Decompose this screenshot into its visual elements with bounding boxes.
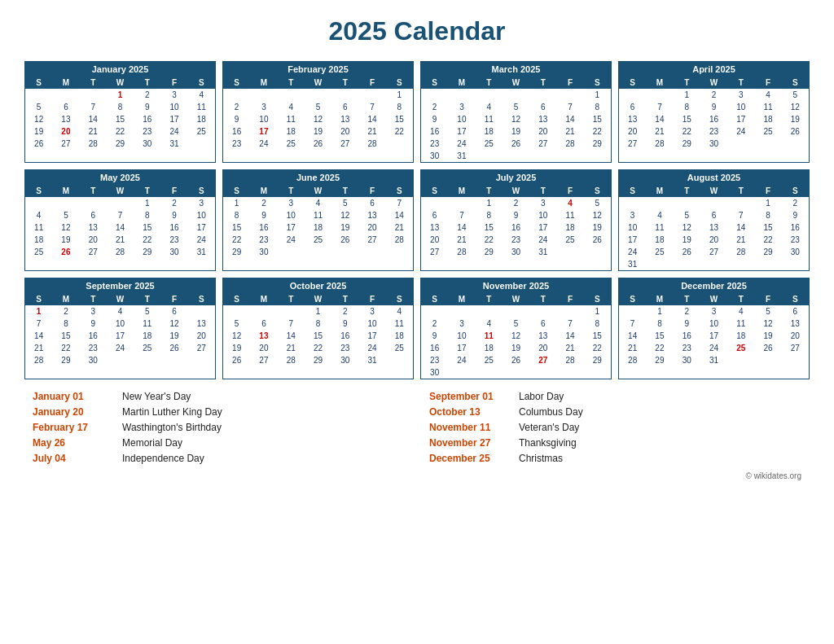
cal-day: 5: [305, 101, 331, 113]
cal-day: 3: [358, 305, 385, 318]
day-header: S: [782, 293, 809, 305]
month-10: October 2025SMTWTFS123456789101112131415…: [222, 278, 414, 379]
cal-day: 21: [448, 234, 475, 246]
month-4: April 2025SMTWTFS12345678910111213141516…: [618, 61, 810, 163]
day-header: S: [223, 77, 250, 89]
day-header: W: [700, 293, 727, 305]
cal-day: 27: [421, 246, 448, 258]
cal-day: 29: [52, 354, 79, 366]
cal-day: [107, 354, 134, 366]
cal-day: 27: [782, 342, 809, 354]
cal-day: [476, 366, 503, 379]
cal-day: [727, 197, 754, 209]
holiday-item: July 04Independence Day: [33, 453, 405, 464]
cal-day: 17: [160, 113, 187, 125]
cal-day: [700, 197, 727, 209]
cal-day: [107, 197, 134, 209]
cal-day: 31: [358, 354, 385, 366]
cal-day: 6: [160, 305, 187, 318]
cal-day: 12: [223, 330, 250, 342]
cal-day: 28: [727, 246, 754, 258]
cal-day: 4: [727, 305, 754, 318]
cal-day: [25, 89, 52, 101]
cal-day: 23: [160, 234, 187, 246]
cal-day: 7: [80, 101, 107, 113]
cal-day: 5: [134, 305, 160, 318]
cal-day: 31: [619, 258, 646, 270]
cal-day: 5: [782, 89, 809, 101]
cal-day: [529, 89, 556, 101]
cal-day: 10: [160, 101, 187, 113]
holiday-name: Memorial Day: [122, 437, 182, 449]
cal-day: 29: [584, 138, 611, 150]
cal-day: [448, 89, 475, 101]
cal-day: 1: [674, 89, 700, 101]
cal-day: [727, 258, 754, 270]
cal-day: 16: [160, 221, 187, 234]
cal-day: 24: [727, 125, 754, 138]
cal-day: 13: [700, 221, 727, 234]
cal-day: 11: [134, 318, 160, 330]
month-11: November 2025SMTWTFS12345678910111213141…: [420, 278, 612, 379]
cal-day: 25: [188, 125, 215, 138]
month-2: February 2025SMTWTFS12345678910111213141…: [222, 61, 414, 163]
cal-day: 28: [556, 138, 583, 150]
cal-day: 26: [503, 354, 529, 366]
cal-day: 31: [160, 138, 187, 150]
cal-day: 7: [25, 318, 52, 330]
cal-day: 5: [503, 318, 529, 330]
holiday-date: November 11: [429, 422, 519, 433]
cal-day: 16: [421, 342, 448, 354]
cal-day: [386, 246, 413, 258]
cal-day: 25: [476, 138, 503, 150]
cal-day: 5: [223, 318, 250, 330]
cal-day: 7: [619, 318, 646, 330]
holiday-date: May 26: [33, 437, 122, 449]
cal-day: 17: [619, 234, 646, 246]
day-header: T: [331, 77, 358, 89]
cal-day: [529, 150, 556, 162]
month-header-6: June 2025: [223, 170, 413, 185]
month-header-3: March 2025: [421, 62, 611, 77]
day-header: W: [107, 185, 134, 197]
cal-day: 24: [107, 342, 134, 354]
cal-day: [584, 366, 611, 379]
day-header: S: [782, 77, 809, 89]
cal-day: 21: [278, 342, 305, 354]
month-3: March 2025SMTWTFS12345678910111213141516…: [420, 61, 612, 163]
cal-day: [754, 354, 781, 366]
cal-day: 7: [727, 209, 754, 221]
day-header: M: [250, 77, 277, 89]
day-header: F: [358, 77, 385, 89]
cal-day: 30: [700, 138, 727, 150]
cal-day: 21: [556, 342, 583, 354]
cal-day: 3: [700, 305, 727, 318]
cal-day: 7: [386, 197, 413, 209]
day-header: S: [25, 185, 52, 197]
day-header: T: [674, 77, 700, 89]
cal-day: 1: [476, 197, 503, 209]
cal-day: 14: [556, 113, 583, 125]
cal-day: 21: [727, 234, 754, 246]
cal-day: 29: [223, 246, 250, 258]
month-header-10: October 2025: [223, 278, 413, 293]
cal-day: 26: [305, 138, 331, 150]
day-header: W: [107, 77, 134, 89]
cal-day: 10: [448, 330, 475, 342]
month-header-12: December 2025: [619, 278, 809, 293]
holiday-item: September 01Labor Day: [429, 391, 801, 402]
cal-day: 25: [305, 234, 331, 246]
cal-day: 20: [331, 125, 358, 138]
cal-day: 13: [529, 113, 556, 125]
day-header: S: [25, 293, 52, 305]
cal-day: [305, 246, 331, 258]
cal-day: 2: [421, 101, 448, 113]
cal-day: [646, 258, 673, 270]
cal-day: 25: [386, 342, 413, 354]
day-header: M: [250, 185, 277, 197]
cal-day: 3: [448, 318, 475, 330]
cal-day: 28: [278, 354, 305, 366]
cal-day: 24: [160, 125, 187, 138]
cal-day: 15: [52, 330, 79, 342]
cal-day: [529, 305, 556, 318]
